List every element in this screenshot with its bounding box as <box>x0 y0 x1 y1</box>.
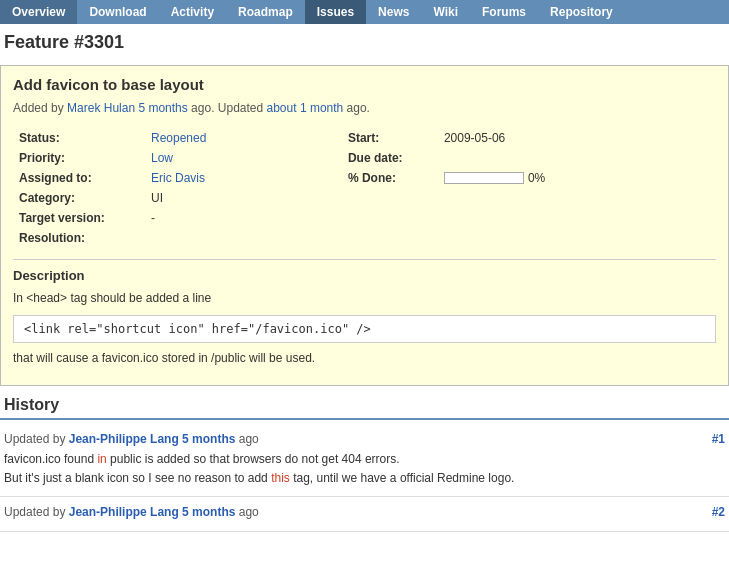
history-author-2-link[interactable]: Jean-Philippe Lang <box>69 505 179 519</box>
feature-title: Add favicon to base layout <box>13 76 716 93</box>
updated-by-text-1: Updated by <box>4 432 69 446</box>
description-line2: that will cause a favicon.ico stored in … <box>13 349 716 367</box>
history-time-1-link[interactable]: 5 months <box>182 432 235 446</box>
done-value: 0% <box>440 169 714 187</box>
highlight-this-1: this <box>271 471 290 485</box>
progress-container: 0% <box>444 171 710 185</box>
assigned-link[interactable]: Eric Davis <box>151 171 205 185</box>
priority-link[interactable]: Low <box>151 151 173 165</box>
assigned-value: Eric Davis <box>147 169 306 187</box>
nav-download[interactable]: Download <box>77 0 158 24</box>
history-entry-2: Updated by Jean-Philippe Lang 5 months a… <box>0 497 729 532</box>
history-ago-2: ago <box>235 505 258 519</box>
code-block: <link rel="shortcut icon" href="/favicon… <box>13 315 716 343</box>
history-title: History <box>0 390 729 420</box>
highlight-in-1: in <box>97 452 106 466</box>
history-ago-1: ago <box>235 432 258 446</box>
start-value: 2009-05-06 <box>440 129 714 147</box>
nav-forums[interactable]: Forums <box>470 0 538 24</box>
divider-1 <box>13 259 716 260</box>
nav-activity[interactable]: Activity <box>159 0 226 24</box>
nav-wiki[interactable]: Wiki <box>421 0 470 24</box>
description-line1: In <head> tag should be added a line <box>13 289 716 307</box>
priority-value: Low <box>147 149 306 167</box>
nav-news[interactable]: News <box>366 0 421 24</box>
details-table: Status: Reopened Start: 2009-05-06 Prior… <box>13 127 716 249</box>
nav-overview[interactable]: Overview <box>0 0 77 24</box>
done-percent: 0% <box>528 171 545 185</box>
assigned-label: Assigned to: <box>15 169 145 187</box>
updated-ago-link[interactable]: about 1 month <box>267 101 344 115</box>
history-entry-1: Updated by Jean-Philippe Lang 5 months a… <box>0 424 729 497</box>
category-label: Category: <box>15 189 145 207</box>
priority-label: Priority: <box>15 149 145 167</box>
feature-box: Add favicon to base layout Added by Mare… <box>0 65 729 386</box>
nav-repository[interactable]: Repository <box>538 0 625 24</box>
updated-by-text-2: Updated by <box>4 505 69 519</box>
added-by-link[interactable]: Marek Hulan <box>67 101 135 115</box>
status-value: Reopened <box>147 129 306 147</box>
history-entry-1-body: favicon.ico found in public is added so … <box>4 450 725 488</box>
resolution-value <box>147 229 306 247</box>
status-link[interactable]: Reopened <box>151 131 206 145</box>
target-label: Target version: <box>15 209 145 227</box>
history-entry-1-line2: But it's just a blank icon so I see no r… <box>4 469 725 488</box>
history-entry-2-num: #2 <box>712 505 725 519</box>
due-value <box>440 149 714 167</box>
history-entry-2-author: Updated by Jean-Philippe Lang 5 months a… <box>4 505 259 519</box>
resolution-label: Resolution: <box>15 229 145 247</box>
history-entry-1-line1: favicon.ico found in public is added so … <box>4 450 725 469</box>
updated-text: ago. Updated <box>188 101 267 115</box>
progress-bar-outer <box>444 172 524 184</box>
updated-suffix: ago. <box>343 101 370 115</box>
history-time-2-link[interactable]: 5 months <box>182 505 235 519</box>
history-entry-1-header: Updated by Jean-Philippe Lang 5 months a… <box>4 432 725 446</box>
nav-bar: Overview Download Activity Roadmap Issue… <box>0 0 729 24</box>
history-entry-1-author: Updated by Jean-Philippe Lang 5 months a… <box>4 432 259 446</box>
history-entry-2-header: Updated by Jean-Philippe Lang 5 months a… <box>4 505 725 519</box>
history-entry-1-num: #1 <box>712 432 725 446</box>
status-label: Status: <box>15 129 145 147</box>
due-label: Due date: <box>308 149 438 167</box>
nav-roadmap[interactable]: Roadmap <box>226 0 305 24</box>
target-value: - <box>147 209 306 227</box>
done-label: % Done: <box>308 169 438 187</box>
description-title: Description <box>13 268 716 283</box>
nav-issues[interactable]: Issues <box>305 0 366 24</box>
start-label: Start: <box>308 129 438 147</box>
added-text: Added by <box>13 101 67 115</box>
added-by-line: Added by Marek Hulan 5 months ago. Updat… <box>13 101 716 115</box>
category-value: UI <box>147 189 306 207</box>
history-author-1-link[interactable]: Jean-Philippe Lang <box>69 432 179 446</box>
added-ago-link[interactable]: 5 months <box>138 101 187 115</box>
page-title: Feature #3301 <box>0 24 729 61</box>
